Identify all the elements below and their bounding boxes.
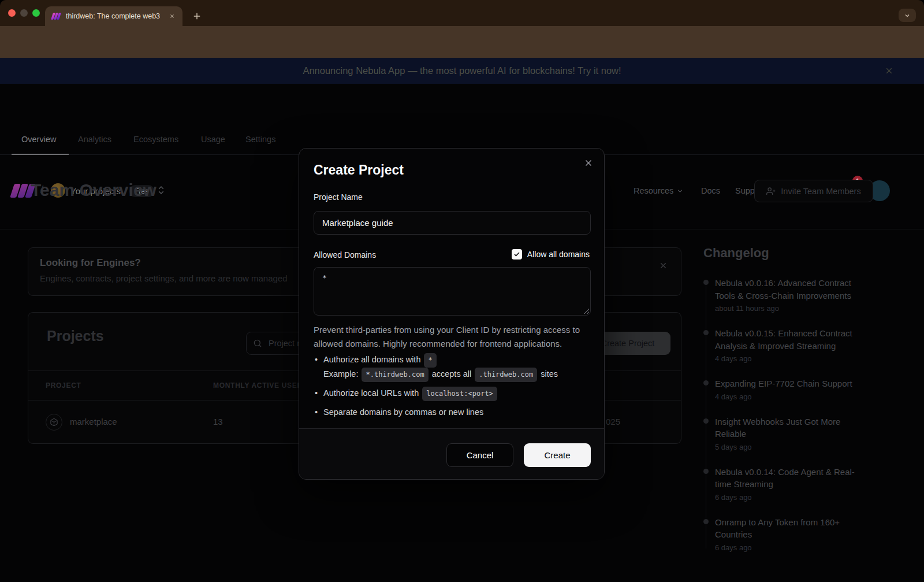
tab-close-icon[interactable]: [167, 12, 177, 21]
changelog-item-time: 5 days ago: [715, 443, 917, 451]
new-tab-button[interactable]: [192, 11, 202, 21]
allow-all-domains-row: Allow all domains: [512, 249, 590, 260]
changelog-item-time: 4 days ago: [715, 392, 917, 401]
domains-help-text: Prevent third-parties from using your Cl…: [314, 323, 590, 350]
changelog-section: Changelog Nebula v0.0.16: Advanced Contr…: [703, 246, 917, 566]
timeline-dot-icon: [703, 469, 709, 474]
cancel-button[interactable]: Cancel: [446, 443, 513, 467]
column-project: PROJECT: [46, 381, 81, 390]
project-name-cell[interactable]: marketplace: [70, 417, 117, 427]
nav-resources-label: Resources: [634, 186, 673, 195]
nav-docs[interactable]: Docs: [701, 186, 720, 195]
active-tab-underline: [12, 154, 69, 155]
changelog-item-time: 6 days ago: [715, 543, 917, 552]
changelog-item-title[interactable]: Nebula v0.0.15: Enhanced Contract Analys…: [715, 327, 870, 352]
macos-traffic-lights: [8, 9, 40, 17]
changelog-item-title[interactable]: Nebula v0.0.14: Code Agent & Real-time S…: [715, 466, 870, 491]
create-button[interactable]: Create: [524, 443, 591, 467]
project-mau-cell: 13: [213, 417, 223, 427]
engines-card-title: Looking for Engines?: [40, 257, 141, 269]
changelog-item-time: about 11 hours ago: [715, 304, 917, 313]
modal-title: Create Project: [314, 162, 404, 178]
changelog-item-time: 6 days ago: [715, 493, 917, 502]
chevron-down-icon: [676, 187, 684, 195]
site-header: / Your projects Free Resources Docs Supp…: [0, 84, 924, 128]
announcement-banner[interactable]: Announcing Nebula App — the most powerfu…: [0, 58, 924, 84]
thirdweb-favicon-icon: [52, 13, 61, 20]
project-cube-icon: [46, 414, 62, 431]
tab-settings[interactable]: Settings: [245, 135, 275, 144]
browser-tabstrip: thirdweb: The complete web3: [0, 0, 924, 26]
changelog-item[interactable]: Nebula v0.0.15: Enhanced Contract Analys…: [703, 327, 917, 363]
changelog-item-title[interactable]: Expanding EIP-7702 Chain Support: [715, 377, 870, 390]
tab-title: thirdweb: The complete web3: [66, 12, 167, 20]
example-domain-chip2: .thirdweb.com: [475, 368, 537, 382]
bullet3-text: Separate domains by commas or new lines: [323, 407, 483, 417]
modal-close-icon[interactable]: [583, 158, 594, 168]
help-bullet-localhost: Authorize local URLs with localhost:<por…: [314, 387, 591, 401]
tab-analytics[interactable]: Analytics: [78, 135, 111, 144]
column-mau: MONTHLY ACTIVE USERS: [213, 381, 308, 390]
bullet1-example-mid: accepts all: [432, 369, 472, 379]
check-icon: [513, 251, 520, 258]
timeline-dot-icon: [703, 280, 709, 285]
tab-ecosystems[interactable]: Ecosystems: [133, 135, 178, 144]
help-bullet-wildcard: Authorize all domains with * Example: *.…: [314, 353, 591, 382]
help-bullet-separators: Separate domains by commas or new lines: [314, 406, 591, 419]
tab-search-button[interactable]: [899, 9, 916, 22]
modal-footer: Cancel Create: [299, 428, 604, 479]
changelog-item[interactable]: Nebula v0.0.14: Code Agent & Real-time S…: [703, 466, 917, 502]
allowed-domains-label: Allowed Domains: [314, 250, 376, 260]
changelog-item-title[interactable]: Onramp to Any Token from 160+ Countries: [715, 516, 870, 541]
browser-toolbar: https://thirdweb.com/team/fcd194917bc9c6…: [0, 26, 924, 58]
tab-overview[interactable]: Overview: [21, 135, 56, 144]
bullet1-example-end: sites: [541, 369, 558, 379]
tab-usage[interactable]: Usage: [201, 135, 225, 144]
bullet2-text: Authorize local URLs with: [323, 388, 419, 398]
page-title: Team Overview: [31, 180, 157, 200]
changelog-item[interactable]: Expanding EIP-7702 Chain Support 4 days …: [703, 377, 917, 401]
changelog-item[interactable]: Insight Webhooks Just Got More Reliable …: [703, 416, 917, 451]
timeline-dot-icon: [703, 330, 709, 335]
announcement-text[interactable]: Announcing Nebula App — the most powerfu…: [303, 65, 621, 76]
engines-card-close-icon[interactable]: [658, 261, 668, 270]
window-close-button[interactable]: [8, 9, 16, 17]
user-plus-icon: [766, 187, 776, 196]
allow-all-checkbox[interactable]: [512, 249, 522, 260]
bullet1-text: Authorize all domains with: [323, 355, 420, 364]
changelog-item-title[interactable]: Nebula v0.0.16: Advanced Contract Tools …: [715, 277, 870, 302]
search-icon: [253, 339, 262, 348]
team-switcher-icon[interactable]: [156, 185, 166, 197]
allow-all-label[interactable]: Allow all domains: [527, 250, 590, 259]
timeline-dot-icon: [703, 519, 709, 524]
project-name-input[interactable]: [314, 211, 591, 235]
wildcard-chip: *: [424, 353, 436, 368]
textarea-resize-handle[interactable]: [583, 308, 589, 314]
banner-close-icon[interactable]: [884, 66, 894, 76]
browser-tab[interactable]: thirdweb: The complete web3: [45, 6, 182, 26]
window-minimize-button[interactable]: [20, 9, 28, 17]
timeline-dot-icon: [703, 380, 709, 385]
projects-heading: Projects: [47, 328, 104, 344]
changelog-heading: Changelog: [703, 246, 917, 261]
localhost-chip: localhost:<port>: [422, 387, 497, 401]
changelog-item[interactable]: Nebula v0.0.16: Advanced Contract Tools …: [703, 277, 917, 313]
nav-resources[interactable]: Resources: [634, 186, 684, 195]
changelog-list: Nebula v0.0.16: Advanced Contract Tools …: [703, 277, 917, 552]
timeline-dot-icon: [703, 418, 709, 424]
invite-button-label: Invite Team Members: [781, 187, 860, 196]
changelog-item-time: 4 days ago: [715, 354, 917, 363]
window-zoom-button[interactable]: [32, 9, 40, 17]
create-project-modal: Create Project Project Name Allowed Doma…: [299, 148, 605, 480]
project-created-cell: 025: [606, 417, 620, 427]
bullet1-example-label: Example:: [323, 369, 358, 379]
nav-docs-label: Docs: [701, 186, 720, 195]
allowed-domains-textarea[interactable]: *: [314, 267, 591, 316]
changelog-item[interactable]: Onramp to Any Token from 160+ Countries …: [703, 516, 917, 552]
changelog-item-title[interactable]: Insight Webhooks Just Got More Reliable: [715, 416, 870, 440]
domains-help-bullets: Authorize all domains with * Example: *.…: [314, 353, 591, 424]
browser-window: thirdweb: The complete web3 https://thir…: [0, 0, 924, 582]
project-name-label: Project Name: [314, 192, 363, 202]
example-domain-chip: *.thirdweb.com: [362, 368, 428, 382]
invite-team-members-button[interactable]: Invite Team Members: [754, 180, 873, 202]
